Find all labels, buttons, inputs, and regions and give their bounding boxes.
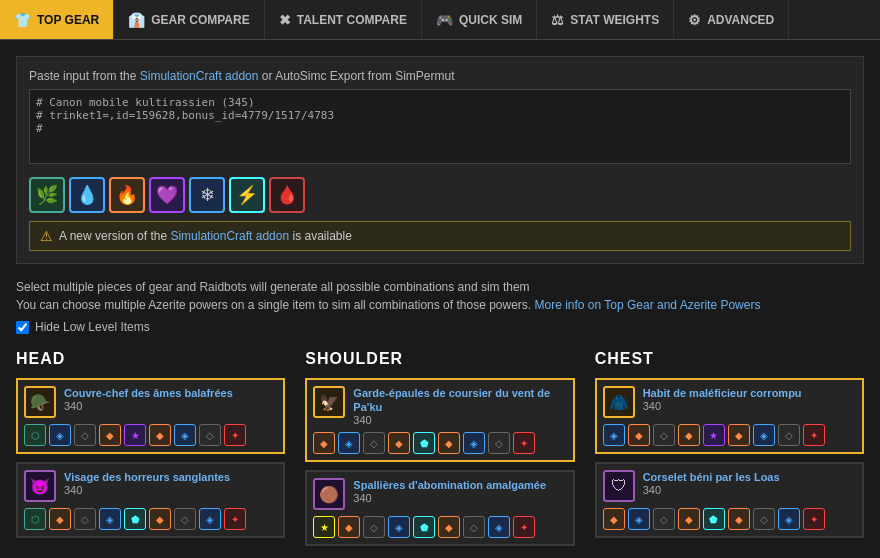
s-icon[interactable]: ◈ (99, 508, 121, 530)
s-icon[interactable]: ⬡ (24, 424, 46, 446)
item-chest-1[interactable]: 🧥 Habit de maléficieur corrompu 340 ◈ ◆ … (595, 378, 864, 454)
s-icon[interactable]: ◈ (628, 508, 650, 530)
item-head-1[interactable]: 🪖 Couvre-chef des âmes balafrées 340 ⬡ ◈… (16, 378, 285, 454)
input-section: Paste input from the SimulationCraft add… (16, 56, 864, 264)
s-icon[interactable]: ✦ (513, 432, 535, 454)
s-icon[interactable]: ⬡ (24, 508, 46, 530)
s-icon[interactable]: ◆ (388, 432, 410, 454)
ability-icon-0[interactable]: 🌿 (29, 177, 65, 213)
item-chest-1-ilvl: 340 (643, 400, 856, 412)
item-chest-2[interactable]: 🛡 Corselet béni par les Loas 340 ◆ ◈ ◇ ◆… (595, 462, 864, 538)
item-chest-2-icons: ◆ ◈ ◇ ◆ ⬟ ◆ ◇ ◈ ✦ (603, 508, 856, 530)
s-icon[interactable]: ◆ (149, 508, 171, 530)
azerite-info-link[interactable]: More info on Top Gear and Azerite Powers (535, 298, 761, 312)
nav-gear-compare-label: GEAR COMPARE (151, 13, 249, 27)
item-shoulder-1[interactable]: 🦅 Garde-épaules de coursier du vent de P… (305, 378, 574, 462)
item-shoulder-2-name[interactable]: Spallières d'abomination amalgamée (353, 479, 546, 491)
s-icon[interactable]: ◇ (74, 424, 96, 446)
s-icon[interactable]: ◈ (463, 432, 485, 454)
s-icon[interactable]: ✦ (803, 424, 825, 446)
slot-chest: CHEST 🧥 Habit de maléficieur corrompu 34… (595, 350, 864, 554)
s-icon[interactable]: ◇ (778, 424, 800, 446)
s-icon[interactable]: ◆ (628, 424, 650, 446)
nav-talent-compare[interactable]: ✖ TALENT COMPARE (265, 0, 422, 39)
description-block: Select multiple pieces of gear and Raidb… (16, 280, 864, 312)
item-chest-1-name[interactable]: Habit de maléficieur corrompu (643, 387, 802, 399)
hide-low-level-label: Hide Low Level Items (35, 320, 150, 334)
warning-icon: ⚠ (40, 228, 53, 244)
nav-gear-compare[interactable]: 👔 GEAR COMPARE (114, 0, 264, 39)
ability-icon-5[interactable]: ⚡ (229, 177, 265, 213)
item-shoulder-2[interactable]: 🟤 Spallières d'abomination amalgamée 340… (305, 470, 574, 546)
s-icon[interactable]: ◈ (174, 424, 196, 446)
s-icon[interactable]: ◆ (338, 516, 360, 538)
hide-low-level-row: Hide Low Level Items (16, 320, 864, 334)
ability-icons-row: 🌿 💧 🔥 💜 ❄ ⚡ 🩸 (29, 177, 851, 213)
s-icon[interactable]: ◇ (753, 508, 775, 530)
slot-shoulder-title: SHOULDER (305, 350, 574, 368)
s-icon[interactable]: ◆ (149, 424, 171, 446)
ability-icon-1[interactable]: 💧 (69, 177, 105, 213)
s-icon[interactable]: ◈ (338, 432, 360, 454)
nav-advanced[interactable]: ⚙ ADVANCED (674, 0, 789, 39)
s-icon[interactable]: ◆ (99, 424, 121, 446)
s-icon[interactable]: ◆ (728, 508, 750, 530)
s-icon[interactable]: ◇ (74, 508, 96, 530)
s-icon[interactable]: ◇ (363, 432, 385, 454)
s-icon[interactable]: ⬟ (413, 516, 435, 538)
nav-top-gear[interactable]: 👕 TOP GEAR (0, 0, 114, 39)
s-icon[interactable]: ◇ (488, 432, 510, 454)
s-icon[interactable]: ◈ (388, 516, 410, 538)
ability-icon-6[interactable]: 🩸 (269, 177, 305, 213)
s-icon[interactable]: ◈ (488, 516, 510, 538)
s-icon[interactable]: ★ (313, 516, 335, 538)
s-icon[interactable]: ◈ (603, 424, 625, 446)
s-icon[interactable]: ⬟ (124, 508, 146, 530)
s-icon[interactable]: ✦ (803, 508, 825, 530)
s-icon[interactable]: ◈ (49, 424, 71, 446)
s-icon[interactable]: ◇ (199, 424, 221, 446)
s-icon[interactable]: ◆ (678, 424, 700, 446)
s-icon[interactable]: ◈ (753, 424, 775, 446)
nav-quick-sim[interactable]: 🎮 QUICK SIM (422, 0, 537, 39)
item-shoulder-1-name[interactable]: Garde-épaules de coursier du vent de Pa'… (353, 387, 550, 413)
s-icon[interactable]: ◆ (728, 424, 750, 446)
s-icon[interactable]: ★ (703, 424, 725, 446)
sim-textarea[interactable]: # Canon mobile kultirassien (345) # trin… (29, 89, 851, 164)
item-head-1-name[interactable]: Couvre-chef des âmes balafrées (64, 387, 233, 399)
s-icon[interactable]: ◇ (463, 516, 485, 538)
warning-addon-link[interactable]: SimulationCraft addon (170, 229, 289, 243)
hide-low-level-checkbox[interactable] (16, 321, 29, 334)
s-icon[interactable]: ◇ (363, 516, 385, 538)
ability-icon-4[interactable]: ❄ (189, 177, 225, 213)
s-icon[interactable]: ★ (124, 424, 146, 446)
nav-stat-weights[interactable]: ⚖ STAT WEIGHTS (537, 0, 674, 39)
s-icon[interactable]: ◆ (438, 432, 460, 454)
navigation: 👕 TOP GEAR 👔 GEAR COMPARE ✖ TALENT COMPA… (0, 0, 880, 40)
s-icon[interactable]: ◈ (199, 508, 221, 530)
item-chest-2-name[interactable]: Corselet béni par les Loas (643, 471, 780, 483)
simcraft-addon-link[interactable]: SimulationCraft addon (140, 69, 259, 83)
slot-head-title: HEAD (16, 350, 285, 368)
s-icon[interactable]: ◆ (678, 508, 700, 530)
s-icon[interactable]: ⬟ (413, 432, 435, 454)
s-icon[interactable]: ✦ (224, 424, 246, 446)
advanced-icon: ⚙ (688, 12, 701, 28)
s-icon[interactable]: ◆ (49, 508, 71, 530)
s-icon[interactable]: ◇ (653, 508, 675, 530)
s-icon[interactable]: ◆ (603, 508, 625, 530)
s-icon[interactable]: ◇ (653, 424, 675, 446)
item-head-2-name[interactable]: Visage des horreurs sanglantes (64, 471, 230, 483)
ability-icon-2[interactable]: 🔥 (109, 177, 145, 213)
item-head-2[interactable]: 😈 Visage des horreurs sanglantes 340 ⬡ ◆… (16, 462, 285, 538)
s-icon[interactable]: ✦ (513, 516, 535, 538)
item-shoulder-1-thumb: 🦅 (313, 386, 345, 418)
s-icon[interactable]: ◈ (778, 508, 800, 530)
item-chest-2-nameblock: Corselet béni par les Loas 340 (643, 470, 856, 496)
s-icon[interactable]: ◆ (313, 432, 335, 454)
ability-icon-3[interactable]: 💜 (149, 177, 185, 213)
s-icon[interactable]: ◆ (438, 516, 460, 538)
s-icon[interactable]: ✦ (224, 508, 246, 530)
s-icon[interactable]: ⬟ (703, 508, 725, 530)
s-icon[interactable]: ◇ (174, 508, 196, 530)
